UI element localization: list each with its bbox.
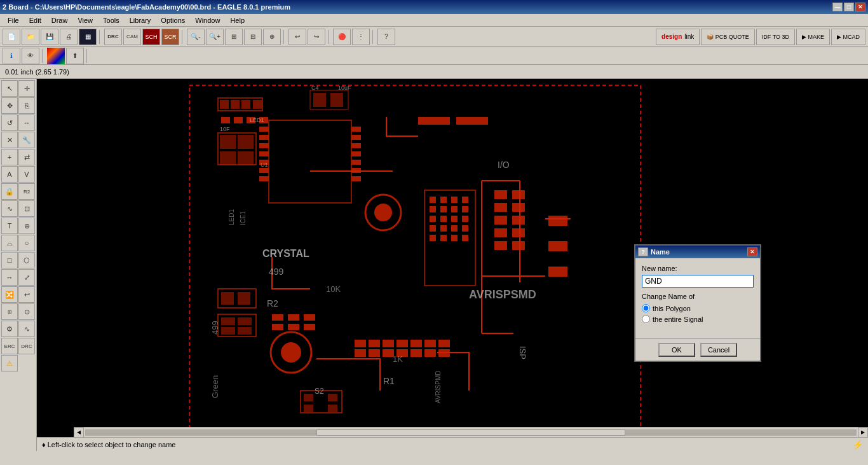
menu-file[interactable]: File	[3, 15, 24, 25]
dialog-close-button[interactable]: ✕	[747, 247, 757, 256]
text-tool[interactable]: T	[1, 218, 18, 234]
close-button[interactable]: ✕	[855, 3, 865, 11]
undo-button[interactable]: ↩	[288, 29, 306, 45]
secondary-toolbar: ℹ 👁 ⬆	[0, 47, 868, 65]
dialog-help-icon[interactable]: ?	[638, 247, 648, 256]
color-fill-button[interactable]	[47, 48, 65, 64]
net-tool[interactable]: ∿	[18, 321, 35, 337]
pad-tool[interactable]: ⊕	[18, 218, 35, 234]
rect-tool[interactable]: □	[1, 252, 18, 268]
arc-tool[interactable]: ⌓	[1, 235, 18, 251]
svg-text:ICE1: ICE1	[240, 211, 247, 225]
svg-rect-60	[512, 190, 525, 199]
scroll-track[interactable]	[85, 429, 857, 436]
dimension-tool[interactable]: ↔	[1, 269, 18, 286]
layer-up-button[interactable]: ⬆	[66, 48, 84, 64]
copy-tool[interactable]: ⎘	[18, 97, 35, 114]
info-button[interactable]: ℹ	[3, 48, 20, 64]
make-button[interactable]: ▶ MAKE	[796, 29, 830, 45]
open-button[interactable]: 📁	[22, 29, 39, 45]
select-tool[interactable]: ↖	[1, 80, 18, 97]
rotate-tool[interactable]: ↺	[1, 115, 18, 131]
route-tool[interactable]: ⊞	[1, 303, 18, 320]
save-button[interactable]: 💾	[41, 29, 58, 45]
svg-rect-55	[430, 235, 436, 241]
replace-tool[interactable]: ⇄	[18, 149, 35, 165]
cancel-button[interactable]: Cancel	[700, 343, 737, 357]
zoom-in-button[interactable]: 🔍+	[206, 29, 224, 45]
help-button[interactable]: ?	[377, 29, 395, 45]
polygon-tool[interactable]: ⬡	[18, 252, 35, 268]
scroll-left-button[interactable]: ◀	[74, 427, 84, 438]
menu-edit[interactable]: Edit	[24, 15, 46, 25]
delete-tool[interactable]: ✕	[1, 132, 18, 148]
minimize-button[interactable]: —	[832, 3, 843, 11]
svg-rect-66	[512, 228, 525, 237]
move-tool[interactable]: ✥	[1, 97, 18, 114]
new-button[interactable]: 📄	[3, 29, 20, 45]
menu-window[interactable]: Window	[190, 15, 225, 25]
svg-rect-71	[548, 267, 567, 277]
redo-button[interactable]: ↪	[308, 29, 325, 45]
svg-rect-68	[512, 241, 525, 250]
bus-tool[interactable]: ⊡	[18, 200, 35, 217]
maximize-button[interactable]: □	[844, 3, 854, 11]
mcad-button[interactable]: ▶ MCAD	[831, 29, 865, 45]
entire-signal-radio[interactable]	[642, 315, 650, 323]
script-button[interactable]: SCR	[161, 29, 179, 45]
menu-help[interactable]: Help	[225, 15, 250, 25]
new-name-input[interactable]	[642, 275, 754, 288]
add-tool[interactable]: +	[1, 149, 18, 165]
wrench-tool[interactable]: 🔧	[18, 132, 35, 148]
circle-tool[interactable]: ○	[18, 235, 35, 251]
designlink-button[interactable]: designlink	[656, 29, 700, 45]
inspect-button[interactable]: 👁	[22, 48, 39, 64]
more-button[interactable]: ⋮	[352, 29, 370, 45]
erc-tool[interactable]: ERC	[1, 338, 18, 354]
value-tool[interactable]: V	[18, 166, 35, 183]
name-tool[interactable]: A	[1, 166, 18, 183]
ratsnest-tool[interactable]: ⤢	[18, 269, 35, 286]
svg-rect-61	[494, 203, 507, 212]
zoom-box-button[interactable]: ⊟	[244, 29, 262, 45]
this-polygon-radio[interactable]	[642, 304, 650, 312]
wire-tool[interactable]: ∿	[1, 200, 18, 217]
ok-button[interactable]: OK	[658, 343, 695, 357]
svg-rect-16	[238, 135, 254, 149]
text-r2-tool[interactable]: R2	[18, 183, 35, 200]
via-tool[interactable]: ⊙	[18, 303, 35, 320]
cam-button[interactable]: CAM	[123, 29, 141, 45]
warning-tool[interactable]: ⚠	[1, 355, 18, 371]
zoom-fit-button[interactable]: ⊞	[225, 29, 243, 45]
pcb-quote-button[interactable]: 📦 PCB QUOTE	[701, 29, 755, 45]
scroll-right-button[interactable]: ▶	[858, 427, 868, 438]
settings-tool[interactable]: ⚙	[1, 321, 18, 337]
canvas-area[interactable]: CRYSTAL 499 AVRISPSMD R2 R1 I/O ISP Gree…	[37, 79, 868, 451]
menu-tools[interactable]: Tools	[98, 15, 125, 25]
entire-signal-option[interactable]: the entire Signal	[642, 315, 754, 323]
svg-rect-48	[440, 216, 447, 222]
autoroute-tool[interactable]: 🔀	[1, 286, 18, 303]
menu-draw[interactable]: Draw	[46, 15, 73, 25]
layers-button[interactable]: ▦	[79, 29, 97, 45]
brd-button[interactable]: SCH	[142, 29, 160, 45]
menu-options[interactable]: Options	[156, 15, 190, 25]
svg-rect-49	[451, 216, 458, 222]
print-button[interactable]: 🖨	[60, 29, 78, 45]
ripup-tool[interactable]: ↩	[18, 286, 35, 303]
idf-3d-button[interactable]: IDF TO 3D	[756, 29, 795, 45]
drc-tool[interactable]: DRC	[18, 338, 35, 354]
scroll-thumb[interactable]	[316, 429, 625, 436]
this-polygon-option[interactable]: this Polygon	[642, 304, 754, 312]
lock-tool[interactable]: 🔒	[1, 183, 18, 200]
stop-button[interactable]: 🔴	[333, 29, 351, 45]
mirror-tool[interactable]: ↔	[18, 115, 35, 131]
menu-view[interactable]: View	[72, 15, 98, 25]
zoom-out-button[interactable]: 🔍-	[187, 29, 205, 45]
tool-row-11: □ ⬡	[1, 252, 35, 268]
menu-library[interactable]: Library	[125, 15, 156, 25]
crosshair-tool[interactable]: ✛	[18, 80, 35, 97]
zoom-area-button[interactable]: ⊕	[263, 29, 281, 45]
svg-rect-4	[231, 100, 240, 109]
drc-button[interactable]: DRC	[104, 29, 122, 45]
